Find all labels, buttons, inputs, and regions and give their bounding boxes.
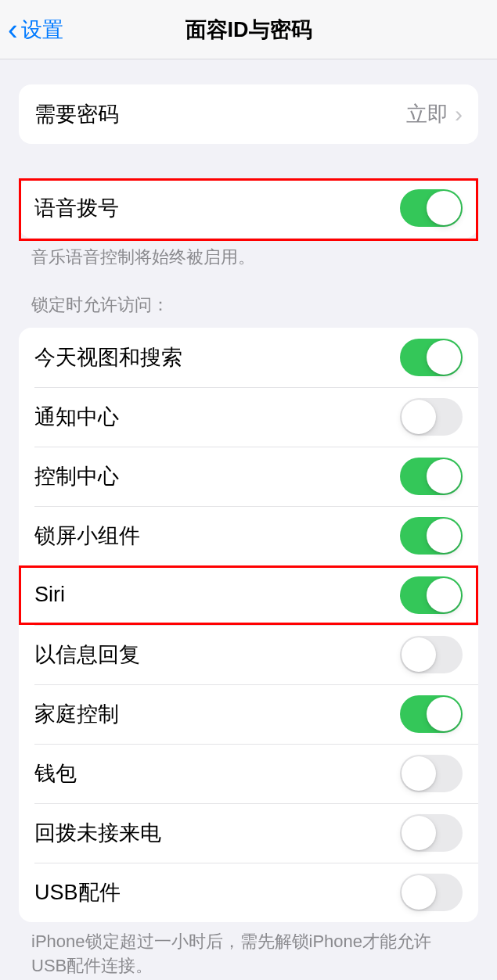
- group-lock-access: 今天视图和搜索通知中心控制中心锁屏小组件Siri以信息回复家庭控制钱包回拨未接来…: [19, 328, 478, 922]
- lock-access-label: 控制中心: [34, 462, 400, 490]
- page-title: 面容ID与密码: [185, 16, 312, 44]
- toggle-knob: [402, 816, 436, 850]
- lock-access-label: 家庭控制: [34, 700, 400, 728]
- toggle-knob: [427, 578, 461, 612]
- lock-access-row: USB配件: [19, 863, 478, 922]
- lock-access-toggle[interactable]: [400, 695, 463, 733]
- toggle-knob: [402, 756, 436, 791]
- toggle-knob: [402, 400, 436, 434]
- voice-dial-row: 语音拨号: [19, 178, 478, 238]
- voice-dial-label: 语音拨号: [34, 194, 400, 222]
- lock-access-toggle[interactable]: [400, 874, 463, 911]
- lock-access-toggle[interactable]: [400, 458, 463, 495]
- lock-access-row: 控制中心: [19, 447, 478, 506]
- chevron-right-icon: ›: [455, 102, 463, 126]
- voice-dial-footer: 音乐语音控制将始终被启用。: [0, 238, 497, 270]
- lock-access-row: 家庭控制: [19, 684, 478, 744]
- lock-access-label: Siri: [34, 583, 400, 607]
- lock-access-toggle[interactable]: [400, 576, 463, 614]
- group-voice-dial: 语音拨号: [19, 178, 478, 238]
- lock-access-toggle[interactable]: [400, 755, 463, 792]
- lock-access-toggle[interactable]: [400, 398, 463, 436]
- lock-access-header: 锁定时允许访问：: [0, 270, 497, 323]
- lock-access-toggle[interactable]: [400, 339, 463, 376]
- lock-access-row: 回拨未接来电: [19, 803, 478, 863]
- require-passcode-row[interactable]: 需要密码 立即 ›: [19, 84, 478, 144]
- toggle-knob: [427, 191, 461, 225]
- lock-access-label: 今天视图和搜索: [34, 343, 400, 372]
- toggle-knob: [427, 340, 461, 375]
- lock-access-row: 钱包: [19, 744, 478, 803]
- back-label: 设置: [21, 16, 63, 44]
- lock-access-label: 回拨未接来电: [34, 819, 400, 847]
- lock-access-label: 通知中心: [34, 403, 400, 431]
- toggle-knob: [427, 459, 461, 494]
- lock-access-toggle[interactable]: [400, 814, 463, 852]
- require-passcode-value: 立即: [406, 100, 448, 128]
- lock-access-row: 以信息回复: [19, 625, 478, 684]
- toggle-knob: [427, 697, 461, 731]
- lock-access-row: 通知中心: [19, 387, 478, 447]
- group-require-passcode: 需要密码 立即 ›: [19, 84, 478, 144]
- lock-access-label: 锁屏小组件: [34, 522, 400, 550]
- voice-dial-toggle[interactable]: [400, 189, 463, 227]
- lock-access-row: Siri: [19, 565, 478, 625]
- lock-access-toggle[interactable]: [400, 517, 463, 555]
- toggle-knob: [402, 875, 436, 910]
- require-passcode-label: 需要密码: [34, 100, 406, 128]
- lock-access-label: USB配件: [34, 878, 400, 906]
- lock-access-label: 以信息回复: [34, 641, 400, 669]
- lock-access-footer: iPhone锁定超过一小时后，需先解锁iPhone才能允许USB配件连接。: [0, 922, 497, 978]
- toggle-knob: [427, 519, 461, 553]
- lock-access-row: 锁屏小组件: [19, 506, 478, 565]
- nav-bar: ‹ 设置 面容ID与密码: [0, 0, 497, 59]
- back-button[interactable]: ‹ 设置: [0, 15, 63, 45]
- toggle-knob: [402, 637, 436, 672]
- lock-access-label: 钱包: [34, 759, 400, 788]
- lock-access-row: 今天视图和搜索: [19, 328, 478, 387]
- chevron-left-icon: ‹: [8, 15, 18, 45]
- lock-access-toggle[interactable]: [400, 636, 463, 673]
